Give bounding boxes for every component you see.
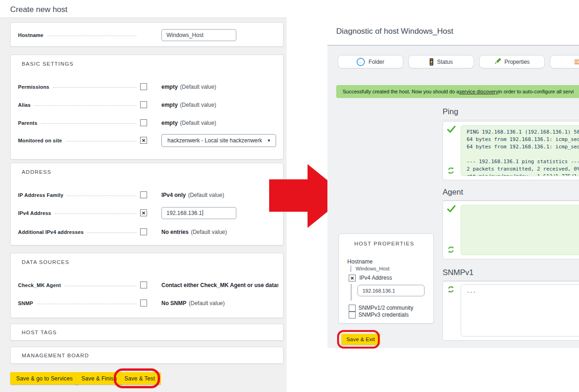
ping-output: PING 192.168.136.1 (192.168.136.1) 56(84… <box>461 125 579 176</box>
parents-checkbox[interactable] <box>140 119 147 126</box>
parents-value: empty <box>161 120 178 126</box>
ipv4-address-label: IPv4 Address <box>18 210 51 216</box>
host-tags-heading: HOST TAGS <box>22 330 57 335</box>
snmp-checkbox[interactable] <box>140 300 147 306</box>
snmpv1-result-box: ... <box>443 281 579 341</box>
checkmk-screenshot: { "left_panel": { "title": "Create new h… <box>0 0 579 392</box>
dotted-leader <box>47 36 136 36</box>
management-board-heading: MANAGEMENT BOARD <box>22 353 89 358</box>
traffic-light-icon <box>430 58 433 66</box>
ping-result-box: PING 192.168.136.1 (192.168.136.1) 56(84… <box>443 121 579 180</box>
ipv4-address-input[interactable]: 192.168.136.1 <box>161 207 236 219</box>
alias-label: Alias <box>18 102 31 108</box>
alias-checkbox[interactable] <box>140 101 147 108</box>
hostname-label: Hostname <box>18 32 43 38</box>
hp-ipv4-checkbox[interactable] <box>349 275 356 282</box>
hostname-box: Hostname Windows_Host <box>10 22 283 47</box>
text-cursor <box>203 210 203 216</box>
hostname-input[interactable]: Windows_Host <box>161 29 236 41</box>
data-sources-box: DATA SOURCES Check_MK Agent Contact eith… <box>10 253 283 318</box>
red-highlight-save-test <box>114 368 160 388</box>
toolbar-folder-button[interactable]: ← Folder <box>338 55 403 68</box>
permissions-checkbox[interactable] <box>140 83 147 90</box>
red-highlight-save-exit <box>337 330 380 349</box>
agent-output <box>461 205 579 255</box>
page-title-diagnostic: Diagnostic of host Windows_Host <box>336 27 453 36</box>
ipv4-address-checkbox[interactable] <box>140 209 147 216</box>
host-tags-box[interactable]: HOST TAGS <box>10 324 283 341</box>
hp-ipv4-label: IPv4 Address <box>359 275 392 281</box>
section-title-ping: Ping <box>443 107 579 120</box>
checkmk-agent-label: Check_MK Agent <box>18 282 61 288</box>
basic-settings-heading: BASIC SETTINGS <box>22 61 74 67</box>
address-box: ADDRESS IP Address Family IPv4 only (Def… <box>10 163 283 245</box>
management-board-box[interactable]: MANAGEMENT BOARD <box>10 347 283 364</box>
hp-snmp12-checkbox[interactable] <box>349 305 356 312</box>
pencil-icon <box>494 58 501 66</box>
agent-result-box <box>443 201 579 259</box>
additional-ipv4-value: No entries <box>161 229 189 235</box>
page-title-create-host: Create new host <box>10 5 68 14</box>
additional-ipv4-checkbox[interactable] <box>140 228 147 235</box>
checkmk-agent-checkbox[interactable] <box>140 282 147 288</box>
save-go-to-services-button[interactable]: Save & go to Services <box>10 372 79 385</box>
toolbar-properties-button[interactable]: Properties <box>479 55 545 68</box>
toolbar-parameters-button[interactable]: Pa <box>550 55 579 68</box>
hp-ipv4-input[interactable]: 192.168.136.1 <box>357 285 425 296</box>
snmpv1-output: ... <box>461 284 579 337</box>
snmp-value: No SNMP <box>161 300 186 306</box>
parents-label: Parents <box>18 120 37 126</box>
refresh-icon[interactable] <box>447 167 455 176</box>
spinner-icon <box>447 286 455 295</box>
ip-family-checkbox[interactable] <box>140 191 147 198</box>
refresh-icon[interactable] <box>447 246 455 255</box>
monitored-on-site-checkbox[interactable] <box>140 137 147 144</box>
hp-hostname-label: Hostname <box>347 258 373 265</box>
hp-snmp3-checkbox[interactable] <box>349 312 356 318</box>
checkmk-agent-value: Contact either Check_MK Agent or use dat… <box>161 282 278 288</box>
address-heading: ADDRESS <box>22 169 51 175</box>
additional-ipv4-label: Additional IPv4 addresses <box>18 229 84 235</box>
permissions-value: empty <box>161 84 178 90</box>
hp-snmp3-label: SNMPv3 credentials <box>358 312 409 318</box>
hp-hostname-value: Windows_Host <box>356 266 389 271</box>
check-icon <box>447 126 456 135</box>
toolbar-status-button[interactable]: Status <box>408 55 474 68</box>
snmp-label: SNMP <box>18 300 33 306</box>
host-properties-heading: HOST PROPERTIES <box>354 241 414 246</box>
permissions-label: Permissions <box>18 84 49 90</box>
site-dropdown[interactable]: hackzenwerk - Local site hackzenwerk ▾ <box>161 134 276 147</box>
hp-snmp12-label: SNMPv1/2 community <box>358 305 413 311</box>
service-discovery-link[interactable]: service discovery <box>459 89 498 94</box>
alias-value: empty <box>161 102 178 108</box>
ip-family-label: IP Address Family <box>18 192 63 198</box>
monitored-on-site-label: Monitored on site <box>18 138 62 143</box>
success-message: Successfully created the host. Now you s… <box>336 85 579 98</box>
back-circle-icon: ← <box>357 58 365 66</box>
section-title-snmpv1: SNMPv1 <box>443 268 579 281</box>
check-icon <box>447 205 456 214</box>
section-title-agent: Agent <box>443 188 579 201</box>
chevron-down-icon: ▾ <box>268 138 270 143</box>
ip-family-value: IPv4 only <box>161 192 186 198</box>
parameters-icon <box>574 60 579 64</box>
basic-settings-box: BASIC SETTINGS Permissions empty (Defaul… <box>10 55 283 159</box>
host-properties-card: HOST PROPERTIES Hostname Windows_Host IP… <box>339 233 434 324</box>
data-sources-heading: DATA SOURCES <box>22 259 69 265</box>
